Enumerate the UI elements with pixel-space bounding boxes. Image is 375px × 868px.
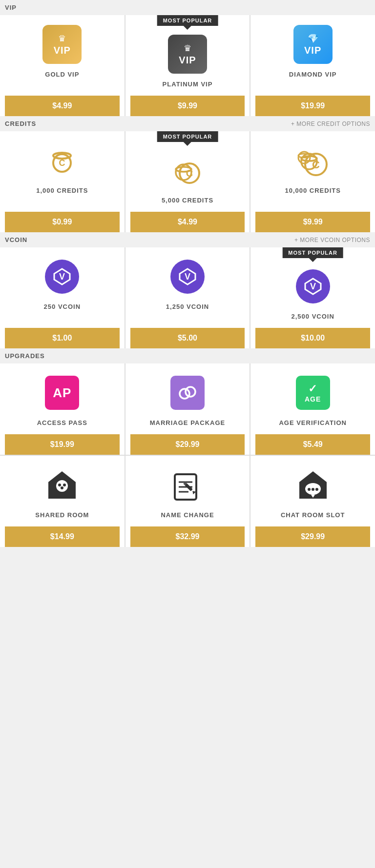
vcoin-250-price[interactable]: $1.00 <box>5 328 120 348</box>
svg-point-22 <box>56 480 68 492</box>
gold-vip-price[interactable]: $4.99 <box>5 96 120 116</box>
gold-vip-card: ♛ VIP GOLD VIP $4.99 <box>0 15 125 116</box>
ap-badge: AP <box>45 376 79 410</box>
marriage-icon <box>168 373 207 412</box>
gold-vip-text: VIP <box>54 45 71 56</box>
vcoin-more-link[interactable]: + MORE VCOIN OPTIONS <box>294 237 370 243</box>
credits-1000-card: C 1,000 CREDITS $0.99 <box>0 131 125 232</box>
diamond-vip-icon: 💎 VIP <box>293 25 333 64</box>
vcoin-1250-icon: V <box>168 257 207 296</box>
credit-coin-md-svg: C <box>171 154 204 187</box>
age-verification-price[interactable]: $5.49 <box>255 434 370 455</box>
vcoin-1250-price[interactable]: $5.00 <box>130 328 245 348</box>
vcoin-2500-label: 2,500 VCOIN <box>292 313 334 320</box>
vip-section-title: VIP <box>5 4 17 11</box>
access-pass-price[interactable]: $19.99 <box>5 434 120 455</box>
vcoin-section-header: VCOIN + MORE VCOIN OPTIONS <box>0 232 375 247</box>
shared-room-price[interactable]: $14.99 <box>5 526 120 547</box>
gold-vip-badge: ♛ VIP <box>42 25 82 64</box>
credits-5000-card: MOST POPULAR C 5,000 CREDITS $4.99 <box>125 131 250 232</box>
diamond-vip-badge: 💎 VIP <box>293 25 333 64</box>
vip-section-header: VIP <box>0 0 375 15</box>
platinum-vip-badge: ♛ VIP <box>168 35 207 74</box>
diamond-vip-label: DIAMOND VIP <box>289 71 337 78</box>
diamond-vip-price[interactable]: $19.99 <box>255 96 370 116</box>
svg-point-24 <box>63 484 66 486</box>
credits-10000-card: C 10,000 CREDITS $9.99 <box>250 131 375 232</box>
shared-room-label: SHARED ROOM <box>35 511 89 519</box>
marriage-package-label: MARRIAGE PACKAGE <box>150 419 225 426</box>
svg-marker-31 <box>191 489 196 494</box>
svg-text:V: V <box>59 272 65 282</box>
svg-point-19 <box>180 389 189 399</box>
vcoin-circle-250: V <box>45 260 79 294</box>
vcoin-popular-badge: MOST POPULAR <box>282 247 343 258</box>
age-verification-card: ✓ AGE AGE VERIFICATION $5.49 <box>250 363 375 455</box>
svg-text:V: V <box>310 282 316 291</box>
credits-5000-icon: C <box>168 151 207 190</box>
access-pass-icon: AP <box>42 373 82 412</box>
platinum-vip-text: VIP <box>179 55 196 66</box>
credits-popular-badge: MOST POPULAR <box>157 131 218 142</box>
credits-10000-icon: C <box>293 141 333 180</box>
vcoin-section-title: VCOIN <box>5 236 27 243</box>
upgrades-section-header: UPGRADES <box>0 348 375 363</box>
shared-room-icon <box>42 465 82 505</box>
platinum-vip-label: PLATINUM VIP <box>163 81 213 88</box>
crown-icon: ♛ <box>58 33 66 44</box>
access-pass-card: AP ACCESS PASS $19.99 <box>0 363 125 455</box>
chat-room-slot-card: CHAT ROOM SLOT $29.99 <box>250 456 375 547</box>
svg-point-20 <box>186 387 195 397</box>
credits-5000-price[interactable]: $4.99 <box>130 212 245 232</box>
credits-1000-icon: C <box>42 141 82 180</box>
age-verification-label: AGE VERIFICATION <box>279 419 347 426</box>
vcoin-2500-price[interactable]: $10.00 <box>255 328 370 348</box>
vcoin-cards-grid: V 250 VCOIN $1.00 V 1,250 VCOIN $5.00 <box>0 247 375 348</box>
platinum-vip-price[interactable]: $9.99 <box>130 96 245 116</box>
credits-section-title: CREDITS <box>5 120 36 127</box>
upgrades-section: UPGRADES AP ACCESS PASS $19.99 MARRIAGE … <box>0 348 375 547</box>
vcoin-symbol-svg: V <box>52 267 72 286</box>
vcoin-circle-1250: V <box>170 260 205 294</box>
credits-section: CREDITS + MORE CREDIT OPTIONS C 1,000 CR… <box>0 116 375 232</box>
chat-room-slot-price[interactable]: $29.99 <box>255 526 370 547</box>
gold-vip-label: GOLD VIP <box>45 71 79 78</box>
shared-room-card: SHARED ROOM $14.99 <box>0 456 125 547</box>
credits-10000-price[interactable]: $9.99 <box>255 212 370 232</box>
chat-room-slot-label: CHAT ROOM SLOT <box>281 511 345 519</box>
upgrades-section-title: UPGRADES <box>5 352 45 360</box>
credits-5000-label: 5,000 CREDITS <box>162 197 213 204</box>
vcoin-250-card: V 250 VCOIN $1.00 <box>0 247 125 348</box>
shared-room-svg <box>45 468 79 502</box>
svg-point-23 <box>58 484 61 486</box>
svg-point-25 <box>61 486 63 489</box>
name-change-svg <box>171 468 204 502</box>
credits-1000-label: 1,000 CREDITS <box>36 187 88 194</box>
vcoin-2500-icon: V <box>293 267 333 306</box>
rings-svg <box>178 383 197 403</box>
credits-cards-grid: C 1,000 CREDITS $0.99 MOST POPULAR C 5,0… <box>0 131 375 232</box>
marriage-package-price[interactable]: $29.99 <box>130 434 245 455</box>
marriage-package-card: MARRIAGE PACKAGE $29.99 <box>125 363 250 455</box>
diamond-vip-card: 💎 VIP DIAMOND VIP $19.99 <box>250 15 375 116</box>
svg-point-36 <box>312 488 314 491</box>
chat-room-slot-icon <box>293 465 333 505</box>
credits-more-link[interactable]: + MORE CREDIT OPTIONS <box>291 121 370 127</box>
svg-point-37 <box>315 488 318 491</box>
platinum-vip-card: MOST POPULAR ♛ VIP PLATINUM VIP $9.99 <box>125 15 250 116</box>
access-pass-label: ACCESS PASS <box>37 419 87 426</box>
vip-cards-grid: ♛ VIP GOLD VIP $4.99 MOST POPULAR ♛ VIP … <box>0 15 375 116</box>
svg-point-35 <box>308 488 311 491</box>
credits-section-header: CREDITS + MORE CREDIT OPTIONS <box>0 116 375 131</box>
diamond-vip-text: VIP <box>304 45 321 56</box>
name-change-icon <box>168 465 207 505</box>
vcoin-circle-2500: V <box>296 269 330 303</box>
name-change-label: NAME CHANGE <box>161 511 214 519</box>
credits-1000-price[interactable]: $0.99 <box>5 212 120 232</box>
vcoin-symbol-svg: V <box>303 277 323 296</box>
age-icon: ✓ AGE <box>293 373 333 412</box>
credit-coin-lg-svg: C <box>295 143 331 178</box>
name-change-price[interactable]: $32.99 <box>130 526 245 547</box>
marriage-badge <box>170 376 205 410</box>
gold-vip-icon: ♛ VIP <box>42 25 82 64</box>
